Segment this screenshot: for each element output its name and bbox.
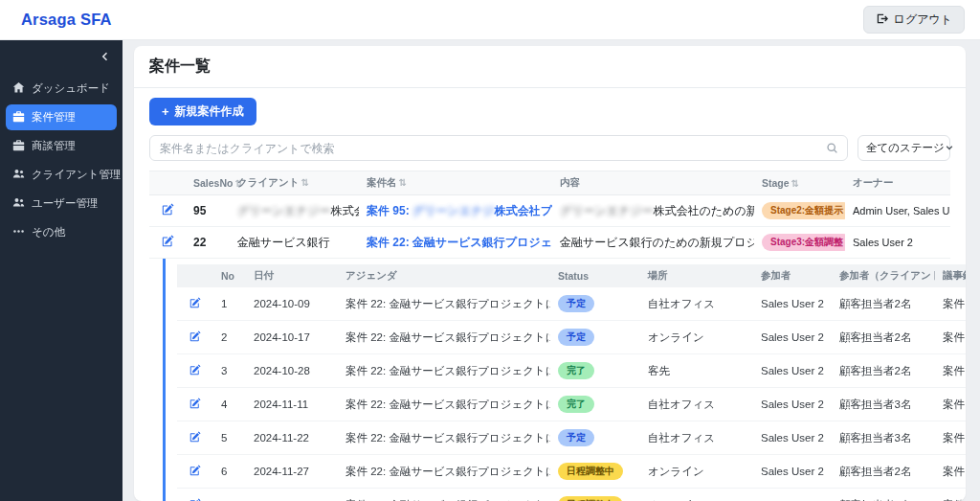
home-icon bbox=[12, 81, 25, 96]
cell-location: 自社オフィス bbox=[640, 421, 753, 455]
column-header-owner: オーナー bbox=[845, 171, 950, 195]
column-header-no: No bbox=[213, 264, 246, 287]
cell-participants: Sales User 2 bbox=[753, 321, 832, 354]
status-badge: 完了 bbox=[558, 396, 594, 413]
chevron-down-icon bbox=[945, 143, 954, 154]
edit-icon[interactable] bbox=[189, 332, 201, 344]
search-input[interactable] bbox=[149, 135, 848, 161]
cell-casename: 案件 95: グリーンエナジ株式会社プロジェクト bbox=[359, 195, 552, 227]
cell-no: 4 bbox=[213, 388, 246, 421]
status-badge: 完了 bbox=[558, 362, 594, 379]
sidebar-collapse-button[interactable] bbox=[100, 49, 111, 66]
edit-column-header bbox=[149, 171, 186, 195]
sidebar-item-label: その他 bbox=[32, 225, 65, 239]
top-bar: Arsaga SFA ログアウト bbox=[0, 0, 980, 40]
cell-agenda: 案件 22: 金融サービス銀行プロジェクトに関する打ち合わせ 7 bbox=[338, 421, 550, 455]
edit-icon[interactable] bbox=[162, 237, 174, 250]
edit-icon[interactable] bbox=[189, 366, 201, 377]
meeting-row: 6 2024-11-27 案件 22: 金融サービス銀行プロジェクトに関する打ち… bbox=[177, 455, 966, 489]
case-link[interactable]: 案件 22: 金融サービス銀行プロジェクト bbox=[367, 236, 552, 249]
cell-description: 金融サービス銀行のための新規プロジェクト bbox=[552, 227, 754, 259]
stage-badge: Stage3:金額調整 bbox=[762, 234, 845, 251]
sidebar-item-label: ダッシュボード bbox=[32, 81, 110, 96]
cell-date: 2024-12-05 bbox=[246, 489, 338, 501]
column-header-client[interactable]: クライアント⇅ bbox=[230, 171, 359, 195]
cell-date: 2024-10-28 bbox=[246, 354, 338, 388]
cell-date: 2024-11-27 bbox=[246, 455, 338, 489]
cell-date: 2024-11-22 bbox=[246, 421, 338, 455]
cell-minutes: 案件 2 bbox=[935, 354, 966, 388]
column-header-salesno[interactable]: SalesNo⇅ bbox=[186, 171, 230, 195]
cell-location: 自社オフィス bbox=[640, 388, 753, 421]
app-logo: Arsaga SFA bbox=[21, 11, 112, 29]
sidebar-item-label: 商談管理 bbox=[32, 139, 76, 153]
edit-column-header bbox=[177, 264, 213, 287]
cell-location: オンライン bbox=[640, 455, 753, 489]
stage-filter-select[interactable]: 全てのステージ bbox=[858, 135, 950, 161]
edit-icon[interactable] bbox=[162, 205, 174, 218]
meeting-row: 5 2024-11-22 案件 22: 金融サービス銀行プロジェクトに関する打ち… bbox=[177, 421, 966, 455]
cell-date: 2024-10-17 bbox=[246, 321, 338, 354]
column-header-stage[interactable]: Stage⇅ bbox=[754, 171, 845, 195]
stage-badge: Stage2:金額提示 bbox=[762, 202, 845, 219]
meeting-row: 2 2024-10-17 案件 22: 金融サービス銀行プロジェクトに関する打ち… bbox=[177, 321, 966, 354]
cell-minutes: 案件 2 bbox=[935, 455, 966, 489]
cell-client-participants: 顧客担当者2名 bbox=[832, 321, 935, 354]
edit-icon[interactable] bbox=[189, 399, 201, 411]
sidebar-item-users[interactable]: ユーザー管理 bbox=[6, 191, 117, 216]
meeting-row: 1 2024-10-09 案件 22: 金融サービス銀行プロジェクトに関する打ち… bbox=[177, 287, 966, 321]
expanded-meetings-section: No 日付 アジェンダ Status 場所 参加者 参加者（クライアント） 議事… bbox=[163, 259, 966, 501]
status-badge: 日程調整中 bbox=[558, 463, 623, 480]
sidebar-item-label: ユーザー管理 bbox=[32, 196, 99, 211]
cell-client-participants: 顧客担当者3名 bbox=[832, 388, 935, 421]
cell-salesno: 22 bbox=[186, 227, 230, 259]
cell-client-participants: 顧客担当者2名 bbox=[832, 287, 935, 321]
column-header-description: 内容 bbox=[552, 171, 754, 195]
column-header-date: 日付 bbox=[246, 264, 338, 287]
edit-icon[interactable] bbox=[189, 299, 201, 310]
main-content: 案件一覧 + 新規案件作成 全てのステージ bbox=[122, 40, 980, 501]
sidebar-item-cases[interactable]: 案件管理 bbox=[6, 104, 117, 130]
edit-icon[interactable] bbox=[189, 433, 201, 444]
column-header-casename[interactable]: 案件名⇅ bbox=[359, 171, 552, 195]
sidebar-item-negotiations[interactable]: 商談管理 bbox=[6, 133, 117, 159]
cell-client: 金融サービス銀行 bbox=[230, 227, 359, 259]
cell-minutes: 案件 2 bbox=[935, 388, 966, 421]
status-badge: 予定 bbox=[558, 429, 594, 446]
column-header-client-participants: 参加者（クライアント） bbox=[832, 264, 935, 287]
edit-icon[interactable] bbox=[189, 467, 201, 478]
cell-minutes: 案件 2 bbox=[935, 489, 966, 501]
meeting-row: 4 2024-11-11 案件 22: 金融サービス銀行プロジェクトに関する打ち… bbox=[177, 388, 966, 421]
users-icon bbox=[12, 196, 25, 211]
logout-button[interactable]: ログアウト bbox=[863, 6, 965, 34]
column-header-status: Status bbox=[550, 264, 640, 287]
cell-participants: Sales User 2 bbox=[753, 287, 832, 321]
cell-description: グリーンエナジー株式会社のための新規プロジェクト bbox=[552, 195, 754, 227]
sidebar-item-label: クライアント管理 bbox=[32, 168, 122, 182]
create-case-label: 新規案件作成 bbox=[175, 103, 244, 120]
cell-date: 2024-10-09 bbox=[246, 287, 338, 321]
cell-agenda: 案件 22: 金融サービス銀行プロジェクトに関する打ち合わせ 6 bbox=[338, 354, 550, 388]
cell-minutes: 案件 2 bbox=[935, 287, 966, 321]
sidebar-item-dashboard[interactable]: ダッシュボード bbox=[6, 76, 117, 102]
cell-agenda: 案件 22: 金融サービス銀行プロジェクトに関する打ち合わせ 3 bbox=[338, 455, 550, 489]
sidebar: ダッシュボード 案件管理 商談管理 クライアント管理 ユーザー管理 bbox=[0, 40, 122, 501]
create-case-button[interactable]: + 新規案件作成 bbox=[149, 98, 256, 125]
cell-participants: Sales User 2 bbox=[753, 354, 832, 388]
sidebar-item-label: 案件管理 bbox=[32, 110, 76, 125]
sidebar-item-others[interactable]: その他 bbox=[6, 219, 117, 245]
column-header-minutes: 議事録 bbox=[935, 264, 966, 287]
cell-no: 5 bbox=[213, 421, 246, 455]
cell-client-participants: 顧客担当者2名 bbox=[832, 354, 935, 388]
sidebar-item-clients[interactable]: クライアント管理 bbox=[6, 162, 117, 188]
cell-no: 3 bbox=[213, 354, 246, 388]
cell-location: オンライン bbox=[640, 321, 753, 354]
case-link[interactable]: 案件 95: グリーンエナジ株式会社プロジェクト bbox=[367, 204, 552, 217]
status-badge: 予定 bbox=[558, 329, 594, 346]
status-badge: 日程調整中 bbox=[558, 496, 623, 501]
briefcase-icon bbox=[12, 139, 25, 153]
cell-salesno: 95 bbox=[186, 195, 230, 227]
briefcase-icon bbox=[12, 110, 25, 125]
cell-client-participants: 顧客担当者2名 bbox=[832, 455, 935, 489]
ellipsis-icon bbox=[12, 225, 25, 239]
